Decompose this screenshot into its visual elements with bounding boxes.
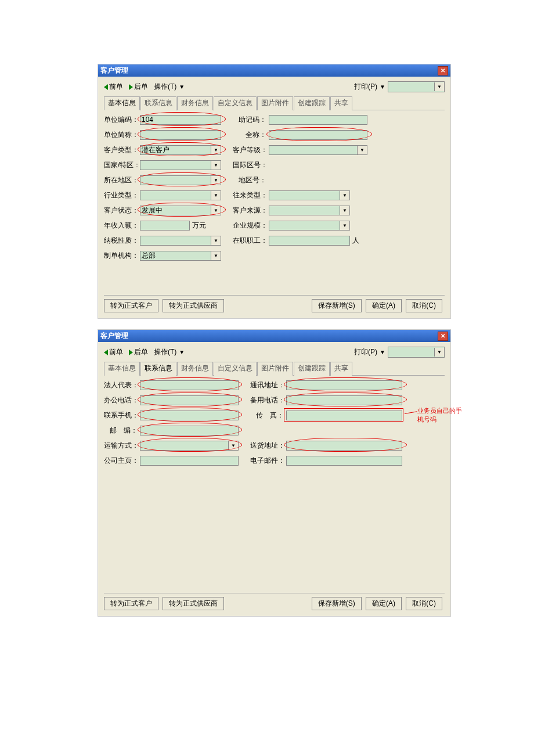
tab-finance[interactable]: 财务信息 (177, 96, 213, 110)
zip-input[interactable] (140, 426, 239, 435)
cust-type-combo[interactable]: ▼ (140, 145, 221, 155)
cancel-button[interactable]: 取消(C) (406, 299, 442, 312)
region-label: 所在地区： (104, 175, 138, 185)
fax-label: 传 真： (250, 411, 284, 420)
income-input[interactable] (140, 221, 190, 231)
tab-contact[interactable]: 联系信息 (140, 96, 176, 110)
region-combo[interactable]: ▼ (140, 175, 221, 185)
fax-input[interactable] (286, 411, 402, 420)
close-icon[interactable]: ✕ (438, 66, 448, 75)
chevron-down-icon[interactable]: ▼ (211, 191, 221, 200)
deal-type-combo[interactable]: ▼ (269, 190, 350, 200)
area-label: 地区号： (233, 175, 266, 185)
tab-track[interactable]: 创建跟踪 (294, 362, 330, 376)
tab-image[interactable]: 图片附件 (257, 362, 293, 376)
tab-image[interactable]: 图片附件 (257, 96, 293, 110)
transport-combo[interactable]: ▼ (140, 441, 239, 451)
unit-code-input[interactable] (140, 115, 221, 125)
chevron-down-icon: ▼ (179, 349, 185, 355)
industry-combo[interactable]: ▼ (140, 190, 221, 200)
income-label: 年收入额： (104, 221, 138, 231)
print-menu[interactable]: 打印(P)▼ (354, 82, 385, 92)
org-combo[interactable]: ▼ (140, 251, 221, 261)
save-new-button[interactable]: 保存新增(S) (312, 299, 362, 312)
email-label: 电子邮件： (250, 456, 284, 466)
tab-custom[interactable]: 自定义信息 (214, 96, 257, 110)
operate-menu[interactable]: 操作(T)▼ (154, 347, 185, 357)
chevron-down-icon[interactable]: ▼ (340, 191, 349, 200)
tab-basic[interactable]: 基本信息 (104, 362, 140, 376)
save-new-button[interactable]: 保存新增(S) (312, 597, 362, 610)
close-icon[interactable]: ✕ (438, 332, 448, 341)
country-combo[interactable]: ▼ (140, 160, 221, 170)
status-label: 客户状态： (104, 206, 138, 215)
title: 客户管理 (100, 331, 128, 341)
title: 客户管理 (100, 66, 128, 75)
homepage-input[interactable] (140, 456, 239, 466)
tab-finance[interactable]: 财务信息 (177, 362, 213, 376)
titlebar: 客户管理 ✕ (98, 330, 450, 342)
chevron-down-icon[interactable]: ▼ (357, 146, 367, 154)
deal-type-label: 往来类型： (233, 190, 266, 200)
next-button[interactable]: 后单 (129, 82, 148, 92)
cancel-button[interactable]: 取消(C) (406, 597, 442, 610)
chevron-down-icon[interactable]: ▼ (211, 236, 221, 245)
scale-combo[interactable]: ▼ (269, 221, 350, 231)
prev-button[interactable]: 前单 (104, 82, 123, 92)
print-select[interactable]: ▼ (388, 347, 445, 358)
tabs: 基本信息 联系信息 财务信息 自定义信息 图片附件 创建跟踪 共享 (104, 96, 445, 110)
tab-track[interactable]: 创建跟踪 (294, 96, 330, 110)
office-tel-input[interactable] (140, 395, 239, 405)
to-supplier-button[interactable]: 转为正式供应商 (163, 299, 224, 312)
address-label: 通讯地址： (250, 380, 284, 390)
chevron-down-icon[interactable]: ▼ (340, 221, 349, 230)
grade-combo[interactable]: ▼ (269, 145, 367, 155)
arrow-left-icon (104, 84, 108, 90)
legal-input[interactable] (140, 380, 239, 390)
mnemonic-input[interactable] (269, 115, 367, 125)
print-menu[interactable]: 打印(P)▼ (354, 347, 385, 357)
staff-label: 在职职工： (233, 236, 266, 246)
staff-input[interactable] (269, 236, 350, 246)
chevron-down-icon[interactable]: ▼ (211, 176, 221, 185)
cust-type-label: 客户类型： (104, 145, 138, 155)
ship-label: 送货地址： (250, 441, 284, 451)
chevron-down-icon[interactable]: ▼ (211, 206, 221, 215)
tab-share[interactable]: 共享 (330, 96, 352, 110)
ok-button[interactable]: 确定(A) (366, 597, 402, 610)
arrow-right-icon (129, 350, 133, 355)
chevron-down-icon[interactable]: ▼ (211, 251, 221, 260)
tax-combo[interactable]: ▼ (140, 236, 221, 246)
ship-input[interactable] (286, 441, 402, 451)
address-input[interactable] (286, 380, 402, 390)
mnemonic-label: 助记码： (233, 115, 266, 125)
source-label: 客户来源： (233, 206, 266, 215)
chevron-down-icon[interactable]: ▼ (340, 206, 349, 215)
tab-custom[interactable]: 自定义信息 (214, 362, 257, 376)
to-customer-button[interactable]: 转为正式客户 (104, 597, 158, 610)
tab-share[interactable]: 共享 (330, 362, 352, 376)
tab-basic[interactable]: 基本信息 (104, 96, 140, 110)
bak-tel-input[interactable] (286, 395, 402, 405)
chevron-down-icon[interactable]: ▼ (211, 146, 221, 154)
chevron-down-icon[interactable]: ▼ (211, 161, 221, 170)
mobile-input[interactable] (140, 411, 239, 420)
chevron-down-icon: ▼ (434, 82, 444, 91)
unit-short-input[interactable] (140, 130, 221, 140)
ok-button[interactable]: 确定(A) (366, 299, 402, 312)
to-supplier-button[interactable]: 转为正式供应商 (163, 597, 224, 610)
next-button[interactable]: 后单 (129, 347, 148, 357)
prev-button[interactable]: 前单 (104, 347, 123, 357)
chevron-down-icon[interactable]: ▼ (228, 441, 238, 450)
fullname-label: 全称： (233, 130, 266, 140)
source-combo[interactable]: ▼ (269, 206, 350, 215)
tab-contact[interactable]: 联系信息 (140, 362, 176, 376)
operate-menu[interactable]: 操作(T)▼ (154, 82, 185, 92)
to-customer-button[interactable]: 转为正式客户 (104, 299, 158, 312)
print-select[interactable]: ▼ (388, 81, 445, 92)
email-input[interactable] (286, 456, 402, 466)
tabs: 基本信息 联系信息 财务信息 自定义信息 图片附件 创建跟踪 共享 (104, 361, 445, 376)
fullname-input[interactable] (269, 130, 367, 140)
status-combo[interactable]: ▼ (140, 206, 221, 215)
mobile-label: 联系手机： (104, 411, 138, 420)
